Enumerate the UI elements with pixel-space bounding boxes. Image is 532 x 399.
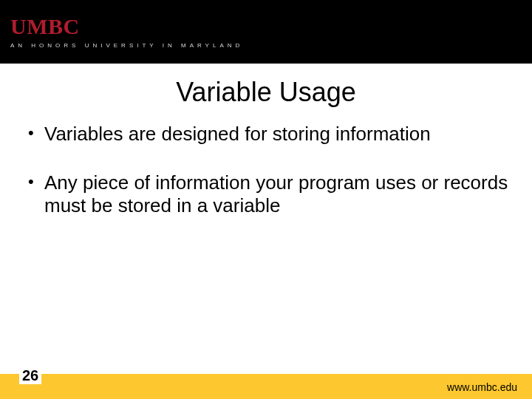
slide-title: Variable Usage xyxy=(0,77,532,108)
logo-tagline: AN HONORS UNIVERSITY IN MARYLAND xyxy=(10,42,532,49)
header-bar: UMBC AN HONORS UNIVERSITY IN MARYLAND xyxy=(0,0,532,64)
list-item: Variables are designed for storing infor… xyxy=(27,123,510,146)
logo-text: UMBC xyxy=(10,16,532,38)
slide: UMBC AN HONORS UNIVERSITY IN MARYLAND Va… xyxy=(0,0,532,399)
page-number: 26 xyxy=(19,367,41,384)
slide-body: Variables are designed for storing infor… xyxy=(27,123,510,243)
list-item: Any piece of information your program us… xyxy=(27,171,510,218)
footer-url: www.umbc.edu xyxy=(447,381,517,393)
bullet-list: Variables are designed for storing infor… xyxy=(27,123,510,218)
